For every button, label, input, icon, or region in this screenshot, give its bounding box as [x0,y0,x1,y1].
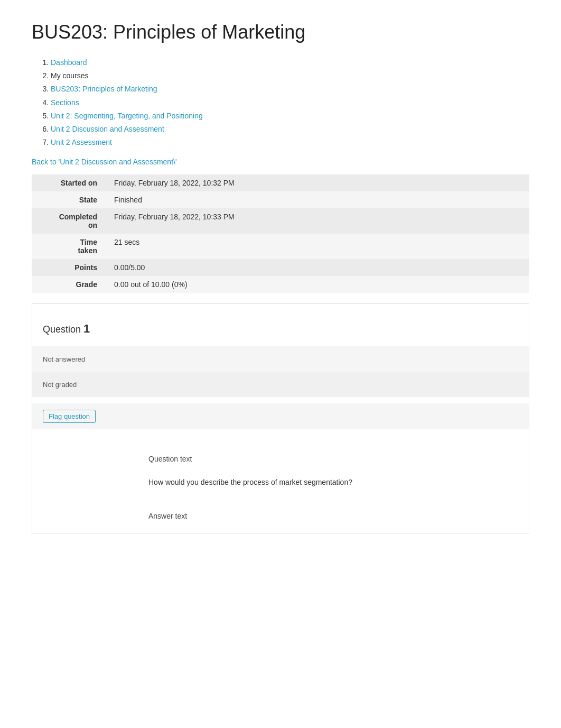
breadcrumb-link-course[interactable]: BUS203: Principles of Marketing [51,85,157,93]
question-block: Question 1 Not answered Not graded Flag … [32,303,529,533]
summary-row-points: Points 0.00/5.00 [32,259,529,276]
summary-table: Started on Friday, February 18, 2022, 10… [32,174,529,293]
time-value: 21 secs [106,234,529,259]
breadcrumb-item-3: BUS203: Principles of Marketing [51,82,529,96]
flag-row: Flag question [32,403,529,429]
breadcrumb-item-6: Unit 2 Discussion and Assessment [51,123,529,136]
started-on-label: Started on [32,174,106,191]
breadcrumb-item-2: My courses [51,69,529,82]
points-label: Points [32,259,106,276]
state-value: Finished [106,191,529,208]
breadcrumb-item-1: Dashboard [51,56,529,69]
breadcrumb-link-discussion[interactable]: Unit 2 Discussion and Assessment [51,125,164,133]
breadcrumb-link-assessment[interactable]: Unit 2 Assessment [51,138,112,146]
summary-row-completed: Completedon Friday, February 18, 2022, 1… [32,208,529,234]
started-on-value: Friday, February 18, 2022, 10:32 PM [106,174,529,191]
breadcrumb-item-7: Unit 2 Assessment [51,136,529,149]
back-link[interactable]: Back to 'Unit 2 Discussion and Assessmen… [32,158,529,166]
grade-label: Grade [32,276,106,293]
breadcrumb-link-sections[interactable]: Sections [51,98,79,107]
breadcrumb-item-5: Unit 2: Segmenting, Targeting, and Posit… [51,109,529,123]
grade-status-row: Not graded [32,372,529,397]
question-text-label: Question text [148,455,497,463]
question-header: Question 1 [43,322,518,336]
answer-status-text: Not answered [43,355,85,363]
question-top: Question 1 [32,304,529,346]
answer-status-row: Not answered [32,346,529,372]
summary-row-grade: Grade 0.00 out of 10.00 (0%) [32,276,529,293]
question-number: 1 [83,322,90,335]
points-value: 0.00/5.00 [106,259,529,276]
breadcrumb-link-dashboard[interactable]: Dashboard [51,58,87,67]
time-label: Timetaken [32,234,106,259]
summary-row-started: Started on Friday, February 18, 2022, 10… [32,174,529,191]
summary-row-state: State Finished [32,191,529,208]
breadcrumb-item-4: Sections [51,96,529,109]
question-text-content: How would you describe the process of ma… [148,478,497,486]
question-prefix: Question [43,324,83,335]
flag-question-link[interactable]: Flag question [43,410,96,423]
state-label: State [32,191,106,208]
breadcrumb-link-unit2[interactable]: Unit 2: Segmenting, Targeting, and Posit… [51,112,203,120]
completed-value: Friday, February 18, 2022, 10:33 PM [106,208,529,234]
summary-row-time: Timetaken 21 secs [32,234,529,259]
breadcrumb: Dashboard My courses BUS203: Principles … [32,56,529,149]
page-title: BUS203: Principles of Marketing [32,21,529,43]
grade-status-text: Not graded [43,381,77,389]
answer-text-label: Answer text [148,512,497,520]
question-content-area: Question text How would you describe the… [32,442,529,533]
completed-label: Completedon [32,208,106,234]
grade-value: 0.00 out of 10.00 (0%) [106,276,529,293]
